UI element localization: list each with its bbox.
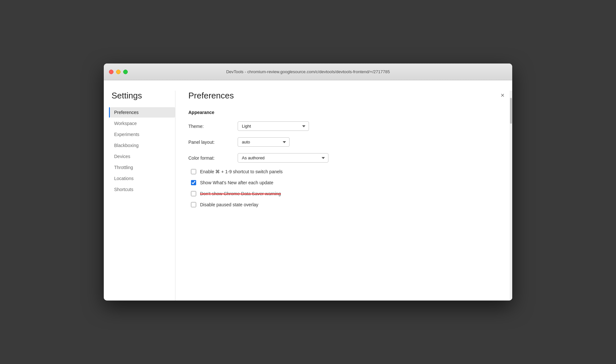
traffic-lights xyxy=(109,70,128,74)
sidebar-item-experiments[interactable]: Experiments xyxy=(110,129,175,140)
sidebar-item-throttling[interactable]: Throttling xyxy=(110,162,175,173)
page-title: Preferences xyxy=(188,91,499,101)
data-saver-row: Don't show Chrome Data Saver warning xyxy=(191,191,499,196)
close-button[interactable]: × xyxy=(498,91,507,100)
sidebar-item-shortcuts[interactable]: Shortcuts xyxy=(110,184,175,195)
sidebar-item-blackboxing[interactable]: Blackboxing xyxy=(110,140,175,151)
whats-new-row: Show What's New after each update xyxy=(191,180,499,185)
panel-layout-select[interactable]: auto horizontal vertical xyxy=(238,137,290,147)
main-content: × Preferences Appearance Theme: Default … xyxy=(175,91,512,301)
theme-label: Theme: xyxy=(188,124,234,129)
theme-select[interactable]: Default Light Dark xyxy=(238,121,309,131)
sidebar-item-preferences[interactable]: Preferences xyxy=(110,107,175,118)
mac-window: DevTools - chromium-review.googlesource.… xyxy=(104,63,512,301)
paused-state-row: Disable paused state overlay xyxy=(191,202,499,207)
scrollbar-thumb xyxy=(510,98,512,124)
data-saver-checkbox[interactable] xyxy=(191,191,196,196)
color-format-select[interactable]: As authored HEX RGB HSL xyxy=(238,153,328,163)
theme-row: Theme: Default Light Dark xyxy=(188,121,499,131)
sidebar: Settings Preferences Workspace Experimen… xyxy=(104,91,175,301)
switch-panels-checkbox[interactable] xyxy=(191,169,196,174)
switch-panels-row: Enable ⌘ + 1-9 shortcut to switch panels xyxy=(191,169,499,174)
title-bar: DevTools - chromium-review.googlesource.… xyxy=(104,63,512,80)
sidebar-item-locations[interactable]: Locations xyxy=(110,173,175,184)
whats-new-checkbox[interactable] xyxy=(191,180,196,185)
sidebar-nav: Preferences Workspace Experiments Blackb… xyxy=(110,107,175,195)
sidebar-item-devices[interactable]: Devices xyxy=(110,151,175,162)
maximize-traffic-light[interactable] xyxy=(123,70,128,74)
sidebar-item-workspace[interactable]: Workspace xyxy=(110,118,175,129)
panel-layout-label: Panel layout: xyxy=(188,140,234,145)
settings-layout: Settings Preferences Workspace Experimen… xyxy=(104,80,512,301)
close-traffic-light[interactable] xyxy=(109,70,113,74)
color-format-label: Color format: xyxy=(188,155,234,161)
paused-state-checkbox[interactable] xyxy=(191,202,196,207)
data-saver-label: Don't show Chrome Data Saver warning xyxy=(200,191,281,196)
paused-state-label: Disable paused state overlay xyxy=(200,202,258,207)
appearance-section-title: Appearance xyxy=(188,110,499,115)
whats-new-label: Show What's New after each update xyxy=(200,180,273,185)
window-title: DevTools - chromium-review.googlesource.… xyxy=(226,69,390,74)
panel-layout-row: Panel layout: auto horizontal vertical xyxy=(188,137,499,147)
window-content: Settings Preferences Workspace Experimen… xyxy=(104,80,512,301)
settings-title: Settings xyxy=(110,91,175,101)
switch-panels-label: Enable ⌘ + 1-9 shortcut to switch panels xyxy=(200,169,283,174)
scrollbar[interactable] xyxy=(510,91,512,301)
color-format-row: Color format: As authored HEX RGB HSL xyxy=(188,153,499,163)
minimize-traffic-light[interactable] xyxy=(116,70,121,74)
